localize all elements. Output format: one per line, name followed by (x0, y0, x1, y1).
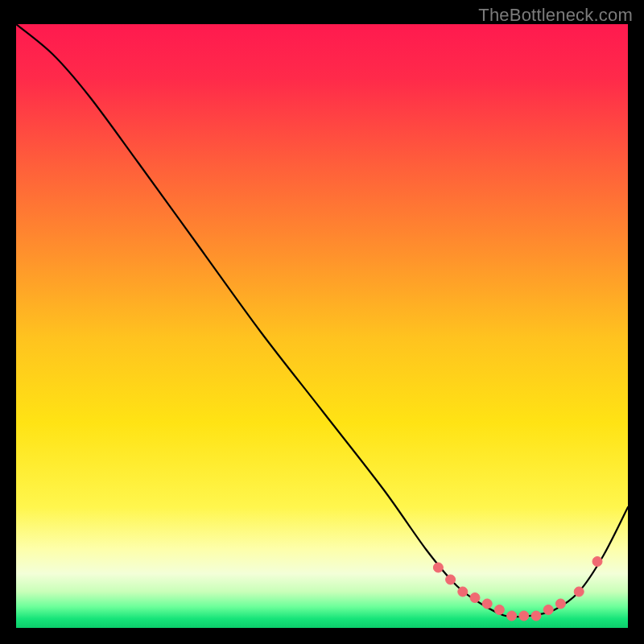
bottleneck-curve-plot (16, 24, 628, 628)
curve-marker (543, 605, 553, 615)
gradient-background (16, 24, 628, 628)
chart-container: TheBottleneck.com (0, 0, 644, 644)
curve-marker (519, 611, 529, 621)
curve-marker (507, 611, 517, 621)
curve-marker (592, 557, 602, 567)
curve-marker (482, 599, 492, 609)
curve-marker (433, 563, 443, 572)
curve-marker (574, 587, 584, 597)
curve-marker (458, 587, 468, 597)
curve-marker (446, 575, 456, 584)
curve-marker (494, 605, 504, 615)
attribution-text: TheBottleneck.com (478, 5, 633, 26)
curve-marker (555, 599, 565, 609)
curve-marker (470, 593, 480, 603)
curve-marker (531, 611, 541, 621)
